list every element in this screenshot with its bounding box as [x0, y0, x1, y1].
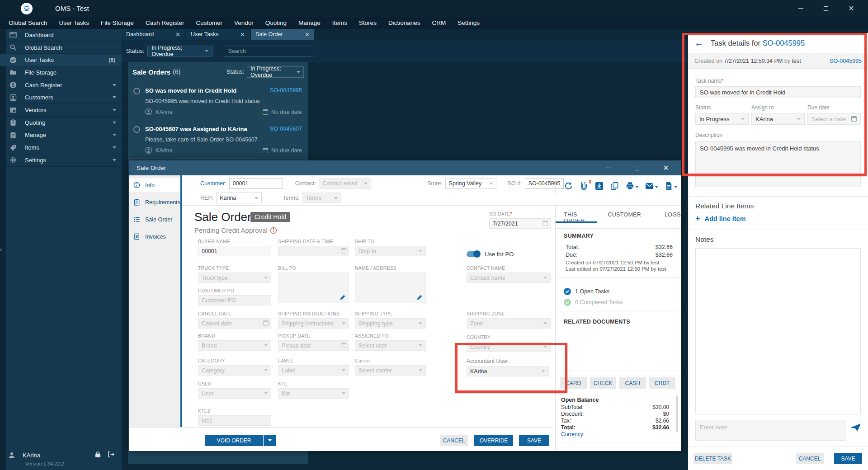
sidebar-item-vendors[interactable]: Vendors [0, 104, 122, 117]
task-description-textarea[interactable]: SO-0045995 was moved in Credit Hold stat… [695, 141, 861, 187]
kte2-input[interactable] [198, 415, 271, 426]
kte-select[interactable]: Kte [278, 388, 349, 399]
download-icon[interactable] [595, 182, 604, 190]
tab-close-icon[interactable]: ✕ [305, 31, 310, 38]
task-due-date-select[interactable]: Select a date [807, 113, 861, 125]
override-button[interactable]: OVERRIDE [474, 435, 513, 446]
contact-name-select[interactable]: Contact name [467, 273, 551, 283]
menu-dictionaries[interactable]: Dictionaries [382, 19, 426, 26]
nav-item-requirements[interactable]: Requirements [129, 195, 180, 209]
nav-item-info[interactable]: Info [129, 178, 180, 192]
status-filter-select[interactable]: In Progress; Overdue [147, 46, 212, 56]
chevron-down-icon[interactable] [636, 183, 638, 189]
task-card[interactable]: SO was moved for in Credit Hold SO-00459… [128, 82, 308, 120]
chevron-down-icon[interactable] [655, 183, 658, 189]
task-assign-select[interactable]: KArina [751, 113, 805, 125]
store-select[interactable]: Spring Valley [445, 178, 496, 189]
customer-input[interactable] [229, 178, 283, 189]
bill-to-textarea[interactable] [278, 273, 349, 303]
label-select[interactable]: Label [278, 365, 349, 376]
menu-items[interactable]: Items [326, 19, 353, 26]
sale-order-link[interactable]: SO-0045607 [270, 126, 302, 132]
completed-tasks-row[interactable]: 0 Completed Tasks [564, 299, 623, 306]
task-complete-radio[interactable] [133, 126, 140, 133]
menu-vendor[interactable]: Vendor [228, 19, 259, 26]
shipping-datetime-input[interactable] [278, 246, 349, 256]
email-icon[interactable] [645, 182, 658, 190]
task-name-input[interactable] [695, 86, 861, 98]
shipping-zone-select[interactable]: Zone [467, 318, 551, 329]
cancel-date-input[interactable] [198, 318, 271, 329]
truck-type-select[interactable]: Truck type [198, 273, 271, 283]
panel-collapse-arrow[interactable]: ‹ [0, 245, 5, 254]
sidebar-item-customers[interactable]: Customers [0, 91, 122, 104]
send-note-icon[interactable] [851, 423, 861, 432]
carrier-select[interactable]: Select carrier [355, 365, 426, 376]
print-icon[interactable] [626, 182, 638, 190]
maximize-icon[interactable] [821, 4, 831, 14]
sidebar-item-quoting[interactable]: ? Quoting [0, 117, 122, 129]
task-card[interactable]: SO-0045607 was Assigned to KArina SO-004… [128, 120, 308, 159]
terms-select[interactable]: Terms [302, 193, 341, 203]
back-arrow-icon[interactable]: ← [694, 38, 703, 47]
pane-save-button[interactable]: SAVE [834, 453, 862, 464]
country-select[interactable]: Country [467, 342, 551, 352]
open-tasks-row[interactable]: 1 Open Tasks [564, 288, 609, 295]
crdt-button[interactable]: CRDT [649, 377, 676, 389]
category-select[interactable]: Category [198, 365, 271, 376]
menu-user-tasks[interactable]: User Tasks [53, 19, 95, 26]
sidebar-item-global-search[interactable]: Global Search [0, 42, 122, 54]
name-address-textarea[interactable] [355, 273, 426, 303]
contact-select[interactable]: Contact email [319, 178, 371, 189]
menu-global-search[interactable]: Global Search [3, 19, 53, 26]
menu-customer[interactable]: Customer [190, 19, 228, 26]
so-date-input[interactable] [489, 218, 551, 229]
nav-item-sale-order[interactable]: Sale Order [129, 212, 180, 226]
menu-manage[interactable]: Manage [292, 19, 326, 26]
task-status-select[interactable]: In Progress [695, 113, 749, 125]
notes-area[interactable] [695, 248, 861, 414]
search-input[interactable] [224, 46, 313, 56]
use-for-po-toggle[interactable] [467, 251, 480, 257]
currency-link[interactable]: Currency: [561, 431, 669, 438]
refresh-icon[interactable] [564, 182, 573, 190]
rep-select[interactable]: Karina [216, 193, 262, 203]
copy-icon[interactable] [610, 182, 619, 190]
add-line-item-button[interactable]: +Add line item [695, 214, 861, 223]
calendar-icon[interactable] [542, 221, 548, 226]
close-icon[interactable]: ✕ [846, 4, 856, 14]
panel-status-select[interactable]: In Progress; Overdue [247, 66, 304, 78]
void-order-dropdown[interactable] [264, 435, 276, 446]
scrollbar-thumb[interactable] [676, 395, 678, 432]
menu-stores[interactable]: Stores [353, 19, 382, 26]
tab-logs[interactable]: LOGS [665, 212, 681, 224]
customer-po-input[interactable] [198, 295, 271, 306]
menu-quoting[interactable]: Quoting [259, 19, 292, 26]
cash-button[interactable]: CASH [619, 377, 646, 389]
sidebar-item-settings[interactable]: Settings [0, 154, 122, 167]
card-button[interactable]: CARD [560, 377, 587, 389]
tab-sale-order[interactable]: Sale Order ✕ [251, 29, 314, 40]
cancel-button[interactable]: CANCEL [440, 435, 468, 446]
brand-select[interactable]: Brand [198, 340, 271, 351]
tab-user-tasks[interactable]: User Tasks ✕ [186, 29, 250, 40]
lock-icon[interactable] [94, 451, 101, 459]
chevron-down-icon[interactable] [675, 183, 677, 189]
minimize-icon[interactable] [796, 4, 806, 14]
nav-item-invoices[interactable]: Invoices [129, 230, 180, 244]
menu-crm[interactable]: CRM [426, 19, 452, 26]
buyer-name-input[interactable] [198, 246, 271, 256]
shipping-type-select[interactable]: Shipping type [355, 318, 426, 329]
menu-settings[interactable]: Settings [452, 19, 486, 26]
tab-close-icon[interactable]: ✕ [175, 31, 180, 38]
pane-cancel-button[interactable]: CANCEL [796, 453, 824, 464]
delete-task-button[interactable]: DELETE TASK [693, 453, 732, 464]
accountant-user-select[interactable]: KArina [467, 366, 549, 376]
tab-close-icon[interactable]: ✕ [240, 31, 245, 38]
document-icon[interactable] [665, 182, 677, 190]
save-button[interactable]: SAVE [519, 435, 549, 446]
void-order-button[interactable]: VOID ORDER [205, 435, 263, 446]
enter-note-input[interactable] [695, 420, 846, 441]
sidebar-item-user-tasks[interactable]: User Tasks (6) [0, 54, 122, 66]
sidebar-item-dashboard[interactable]: Dashboard [0, 29, 122, 42]
